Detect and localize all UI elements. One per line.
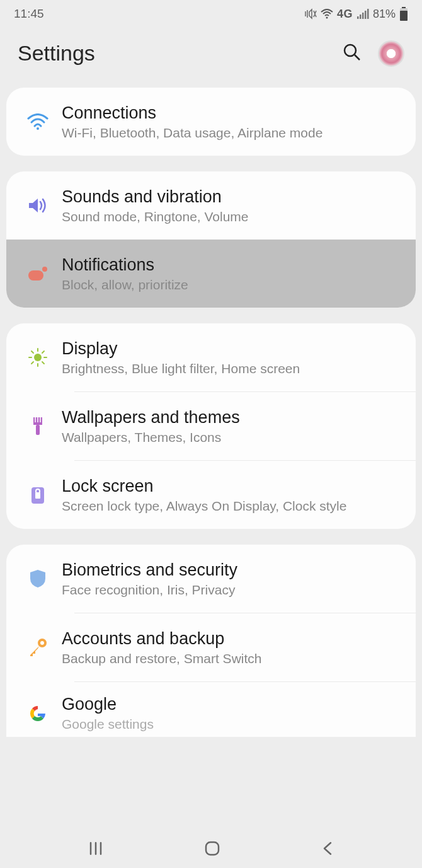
svg-rect-12 — [28, 270, 43, 281]
network-type-label: 4G — [337, 8, 353, 21]
recents-button[interactable] — [75, 834, 117, 865]
accounts-item[interactable]: Accounts and backup Backup and restore, … — [6, 613, 416, 681]
svg-rect-5 — [367, 9, 369, 19]
svg-line-21 — [31, 362, 33, 364]
item-title: Accounts and backup — [62, 629, 403, 649]
lock-icon — [19, 485, 57, 505]
item-subtitle: Brightness, Blue light filter, Home scre… — [62, 361, 403, 376]
svg-rect-2 — [360, 14, 362, 19]
wifi-icon — [19, 113, 57, 130]
search-icon — [343, 43, 362, 62]
item-title: Display — [62, 339, 403, 359]
brush-icon — [19, 416, 57, 436]
svg-line-19 — [31, 351, 33, 353]
svg-point-11 — [37, 127, 39, 130]
signal-icon — [356, 9, 369, 19]
status-icons: 4G 81% — [304, 7, 408, 21]
home-button[interactable] — [191, 833, 234, 865]
status-bar: 11:45 4G 81% — [0, 0, 422, 25]
battery-percent: 81% — [373, 8, 396, 21]
app-header: Settings — [0, 25, 422, 88]
speaker-icon — [19, 197, 57, 214]
svg-rect-4 — [365, 11, 367, 19]
item-subtitle: Face recognition, Iris, Privacy — [62, 582, 403, 598]
google-icon — [19, 704, 57, 723]
svg-point-31 — [40, 641, 44, 645]
settings-group: Connections Wi-Fi, Bluetooth, Data usage… — [6, 88, 416, 156]
svg-rect-27 — [36, 425, 40, 435]
key-icon — [19, 637, 57, 657]
svg-point-0 — [326, 17, 328, 19]
item-subtitle: Wi-Fi, Bluetooth, Data usage, Airplane m… — [62, 125, 403, 141]
settings-group: Sounds and vibration Sound mode, Rington… — [6, 171, 416, 308]
brightness-icon — [19, 347, 57, 367]
sounds-item[interactable]: Sounds and vibration Sound mode, Rington… — [6, 171, 416, 240]
svg-point-9 — [345, 45, 356, 56]
item-title: Biometrics and security — [62, 560, 403, 580]
item-title: Google — [62, 695, 403, 714]
item-title: Connections — [62, 103, 403, 123]
item-title: Sounds and vibration — [62, 187, 403, 207]
notifications-item[interactable]: Notifications Block, allow, prioritize — [6, 240, 416, 308]
page-title: Settings — [18, 41, 338, 66]
profile-avatar[interactable] — [378, 40, 404, 67]
svg-rect-3 — [362, 13, 364, 19]
svg-point-13 — [42, 267, 47, 272]
search-button[interactable] — [338, 38, 367, 69]
google-item[interactable]: Google Google settings — [6, 682, 416, 737]
item-subtitle: Screen lock type, Always On Display, Clo… — [62, 499, 403, 514]
svg-line-20 — [42, 362, 44, 364]
navigation-bar — [0, 830, 422, 868]
display-item[interactable]: Display Brightness, Blue light filter, H… — [6, 323, 416, 391]
svg-rect-8 — [400, 11, 408, 21]
shield-icon — [19, 569, 57, 589]
back-icon — [321, 840, 334, 857]
back-button[interactable] — [308, 834, 347, 865]
lockscreen-item[interactable]: Lock screen Screen lock type, Always On … — [6, 461, 416, 529]
home-icon — [203, 840, 221, 857]
item-subtitle: Google settings — [62, 717, 403, 732]
svg-line-22 — [42, 351, 44, 353]
mute-vibrate-icon — [304, 8, 317, 20]
item-subtitle: Block, allow, prioritize — [62, 277, 403, 292]
item-title: Wallpapers and themes — [62, 408, 403, 427]
settings-group: Biometrics and security Face recognition… — [6, 545, 416, 737]
status-time: 11:45 — [14, 7, 44, 21]
svg-rect-6 — [402, 7, 406, 8]
wallpapers-item[interactable]: Wallpapers and themes Wallpapers, Themes… — [6, 392, 416, 460]
recents-icon — [88, 840, 104, 857]
biometrics-item[interactable]: Biometrics and security Face recognition… — [6, 545, 416, 613]
notification-icon — [19, 265, 57, 282]
settings-list: Connections Wi-Fi, Bluetooth, Data usage… — [0, 88, 422, 737]
svg-point-14 — [34, 354, 42, 361]
svg-rect-29 — [35, 492, 40, 499]
item-subtitle: Sound mode, Ringtone, Volume — [62, 209, 403, 224]
svg-rect-1 — [357, 16, 359, 19]
wifi-icon — [321, 9, 333, 19]
item-title: Lock screen — [62, 477, 403, 496]
item-title: Notifications — [62, 255, 403, 275]
item-subtitle: Backup and restore, Smart Switch — [62, 651, 403, 666]
settings-group: Display Brightness, Blue light filter, H… — [6, 323, 416, 529]
connections-item[interactable]: Connections Wi-Fi, Bluetooth, Data usage… — [6, 88, 416, 156]
battery-icon — [399, 7, 408, 21]
item-subtitle: Wallpapers, Themes, Icons — [62, 430, 403, 445]
svg-rect-35 — [206, 842, 219, 855]
svg-line-10 — [355, 55, 360, 60]
